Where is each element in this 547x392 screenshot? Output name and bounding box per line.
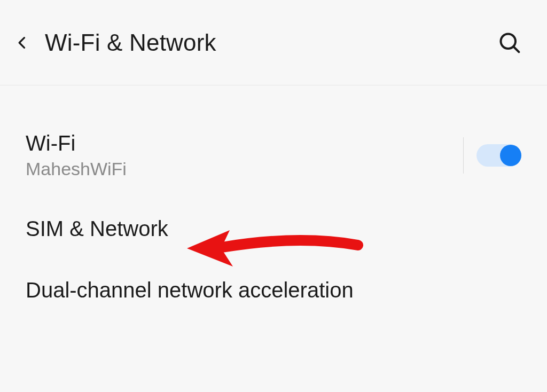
toggle-knob [500,145,521,166]
row-title: Dual-channel network acceleration [26,278,354,302]
header-left: Wi-Fi & Network [15,29,216,56]
settings-row-sim-network[interactable]: SIM & Network [26,201,521,257]
page-title: Wi-Fi & Network [45,29,216,56]
wifi-toggle[interactable] [476,144,521,167]
divider-vertical [463,137,464,174]
row-text: Wi-Fi MaheshWiFi [26,131,127,179]
row-title: SIM & Network [26,217,168,241]
settings-row-dual-channel[interactable]: Dual-channel network acceleration [26,262,521,318]
search-icon[interactable] [498,31,521,54]
header-bar: Wi-Fi & Network [0,0,547,85]
back-icon[interactable] [15,35,30,50]
svg-line-1 [514,46,519,52]
row-text: SIM & Network [26,217,168,241]
settings-row-wifi[interactable]: Wi-Fi MaheshWiFi [26,115,521,195]
row-text: Dual-channel network acceleration [26,278,354,302]
row-right [463,137,521,174]
row-title: Wi-Fi [26,131,127,155]
settings-list: Wi-Fi MaheshWiFi SIM & Network Dual-chan… [0,85,547,318]
row-subtitle: MaheshWiFi [26,159,127,179]
